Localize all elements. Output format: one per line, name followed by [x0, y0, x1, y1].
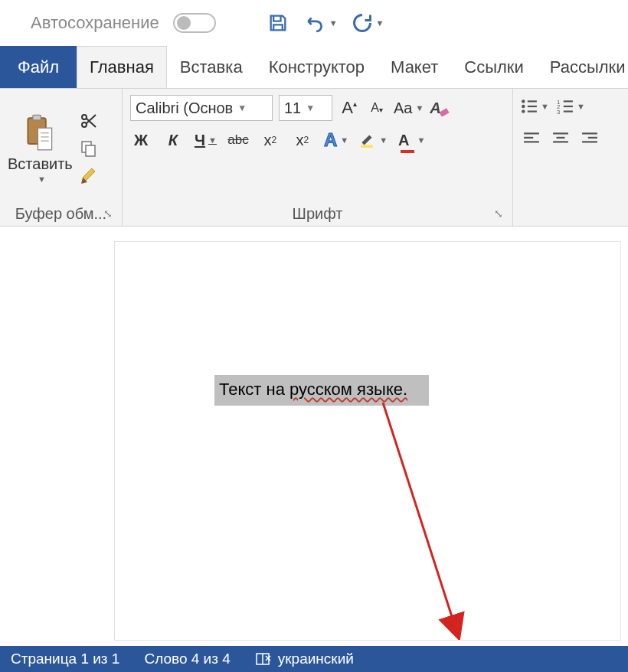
grow-font-button[interactable]: A▴ — [339, 96, 360, 119]
italic-button[interactable]: К — [162, 129, 184, 152]
group-label-clipboard: Буфер обм... ⤡ — [8, 202, 114, 223]
tab-layout[interactable]: Макет — [378, 46, 451, 88]
chevron-down-icon: ▼ — [379, 135, 388, 145]
tab-design[interactable]: Конструктор — [256, 46, 378, 88]
svg-rect-2 — [38, 128, 52, 150]
font-size-combo[interactable]: 11▼ — [279, 95, 332, 121]
quick-access-toolbar: Автосохранение ▼ ▼ — [0, 0, 628, 46]
bold-button[interactable]: Ж — [130, 129, 152, 152]
autosave-label: Автосохранение — [31, 13, 159, 33]
scissors-icon — [80, 112, 98, 130]
shrink-font-button[interactable]: A▾ — [366, 96, 388, 119]
group-paragraph: ▼ 123▼ — [513, 89, 628, 226]
svg-point-18 — [522, 109, 525, 113]
svg-line-35 — [383, 403, 456, 628]
align-left-button[interactable] — [521, 127, 542, 150]
status-word-count[interactable]: Слово 4 из 4 — [144, 651, 230, 667]
brush-icon — [80, 167, 98, 185]
chevron-down-icon: ▼ — [329, 18, 338, 28]
paste-icon — [23, 114, 57, 154]
svg-rect-12 — [440, 108, 450, 116]
chevron-down-icon: ▼ — [306, 103, 315, 113]
status-language[interactable]: украинский — [255, 651, 354, 667]
chevron-down-icon: ▼ — [38, 175, 46, 184]
align-center-icon — [552, 132, 569, 145]
undo-icon — [303, 13, 326, 33]
save-icon — [267, 12, 289, 34]
align-right-icon — [581, 132, 598, 145]
eraser-icon — [440, 106, 450, 116]
svg-point-16 — [522, 105, 525, 108]
copy-icon — [80, 139, 98, 158]
align-center-button[interactable] — [550, 127, 571, 150]
status-bar: Страница 1 из 1 Слово 4 из 4 украинский — [0, 646, 628, 672]
bullet-list-icon — [521, 99, 538, 114]
dialog-launcher-icon[interactable]: ⤡ — [103, 207, 113, 220]
chevron-down-icon: ▼ — [577, 102, 585, 111]
dialog-launcher-icon[interactable]: ⤡ — [494, 207, 503, 220]
numbering-button[interactable]: 123▼ — [557, 95, 585, 118]
format-painter-button[interactable] — [79, 166, 99, 186]
bullets-button[interactable]: ▼ — [521, 95, 549, 118]
ribbon: Вставить ▼ Буфер обм... ⤡ — [0, 89, 628, 227]
svg-rect-13 — [361, 145, 372, 148]
spellcheck-marked-text: русском языке. — [289, 380, 407, 399]
toggle-knob — [177, 16, 191, 30]
redo-button[interactable]: ▼ — [352, 11, 384, 34]
document-page[interactable]: Текст на русском языке. — [115, 242, 620, 640]
subscript-button[interactable]: x2 — [260, 129, 281, 152]
text-effects-button[interactable]: A▼ — [324, 129, 348, 152]
highlight-button[interactable]: ▼ — [359, 129, 388, 152]
paste-button[interactable]: Вставить ▼ — [8, 95, 73, 202]
status-page[interactable]: Страница 1 из 1 — [11, 651, 119, 667]
numbered-list-icon: 123 — [557, 99, 574, 114]
clear-formatting-button[interactable]: A — [430, 96, 451, 119]
chevron-down-icon: ▼ — [340, 135, 348, 145]
align-right-button[interactable] — [579, 127, 600, 150]
save-button[interactable] — [267, 11, 289, 34]
autosave-toggle[interactable] — [173, 13, 216, 33]
tab-insert[interactable]: Вставка — [167, 46, 256, 88]
group-clipboard: Вставить ▼ Буфер обм... ⤡ — [0, 89, 123, 226]
chevron-down-icon: ▼ — [237, 103, 247, 113]
selected-text[interactable]: Текст на русском языке. — [214, 375, 429, 406]
font-name-combo[interactable]: Calibri (Основ▼ — [130, 95, 273, 121]
tab-mailings[interactable]: Рассылки — [537, 46, 628, 88]
font-color-button[interactable]: A ▼ — [398, 129, 425, 152]
chevron-down-icon: ▼ — [208, 135, 217, 145]
ribbon-tabs: Файл Главная Вставка Конструктор Макет С… — [0, 46, 628, 89]
svg-point-14 — [522, 99, 525, 103]
underline-button[interactable]: Ч▼ — [195, 129, 217, 152]
group-label-paragraph — [521, 220, 620, 223]
highlighter-icon — [359, 132, 376, 148]
group-label-font: Шрифт ⤡ — [130, 202, 505, 223]
superscript-button[interactable]: x2 — [292, 129, 313, 152]
svg-text:3: 3 — [557, 109, 560, 114]
strikethrough-button[interactable]: abc — [227, 129, 249, 152]
group-font: Calibri (Основ▼ 11▼ A▴ A▾ Aa▼ A Ж К Ч▼ a… — [123, 89, 513, 226]
svg-rect-11 — [86, 145, 95, 156]
copy-button[interactable] — [79, 139, 99, 158]
redo-icon — [352, 12, 373, 34]
chevron-down-icon: ▼ — [415, 103, 424, 113]
chevron-down-icon: ▼ — [417, 135, 426, 145]
chevron-down-icon: ▼ — [376, 18, 384, 28]
svg-rect-1 — [33, 115, 41, 120]
align-left-icon — [523, 132, 540, 145]
document-workspace: Текст на русском языке. — [0, 227, 628, 646]
tab-home[interactable]: Главная — [77, 46, 167, 88]
tab-references[interactable]: Ссылки — [451, 46, 536, 88]
change-case-button[interactable]: Aa▼ — [394, 96, 424, 119]
chevron-down-icon: ▼ — [541, 102, 549, 111]
proofing-icon — [255, 651, 272, 667]
cut-button[interactable] — [79, 111, 99, 131]
tab-file[interactable]: Файл — [0, 46, 77, 88]
undo-button[interactable]: ▼ — [303, 11, 338, 34]
paste-label: Вставить — [8, 155, 73, 173]
annotation-arrow — [115, 242, 620, 640]
